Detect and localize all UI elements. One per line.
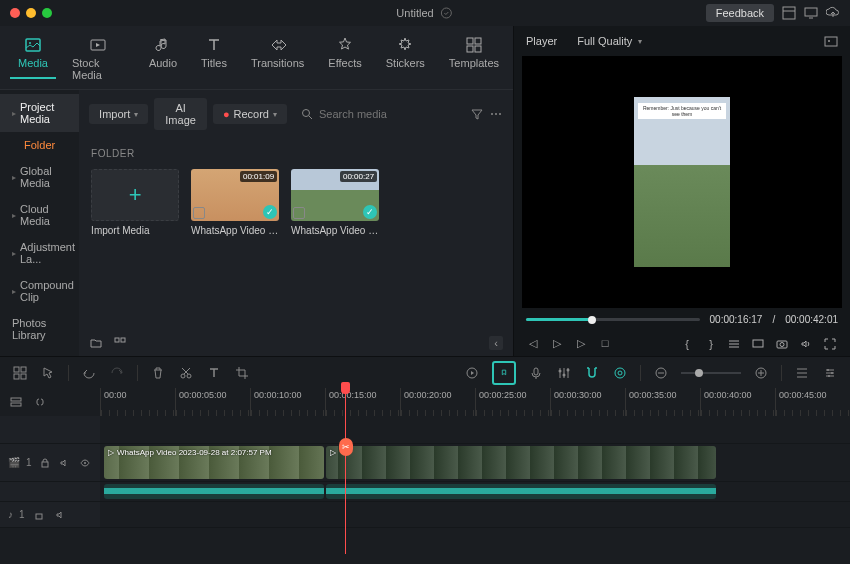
minimize-window[interactable]: [26, 8, 36, 18]
svg-rect-11: [475, 46, 481, 52]
mute-icon[interactable]: [58, 455, 72, 471]
audio-clip[interactable]: [104, 484, 324, 499]
mixer-icon[interactable]: [556, 365, 572, 381]
check-icon: ✓: [263, 205, 277, 219]
sidebar-item-folder[interactable]: Folder: [0, 132, 79, 158]
preview-viewport[interactable]: Remember: Just because you can't see the…: [522, 56, 842, 308]
link-icon[interactable]: [612, 365, 628, 381]
layout-icon[interactable]: [12, 365, 28, 381]
ai-image-button[interactable]: AI Image: [154, 98, 207, 130]
grid-icon[interactable]: [113, 336, 127, 350]
sidebar-item-project-media[interactable]: ▸Project Media: [0, 94, 79, 132]
svg-rect-26: [14, 374, 19, 379]
video-clip[interactable]: ▷WhatsApp Video 2023-09-28 at 2:07:57 PM: [104, 446, 324, 479]
timeline-ruler-row: 00:00 00:00:05:00 00:00:10:00 00:00:15:0…: [0, 388, 850, 416]
zoom-slider[interactable]: [681, 372, 741, 374]
import-media-tile[interactable]: + Import Media: [91, 169, 179, 236]
magnetic-icon[interactable]: [584, 365, 600, 381]
layout-icon[interactable]: [782, 6, 796, 20]
camera-icon[interactable]: [776, 338, 790, 350]
search-input[interactable]: [319, 108, 457, 120]
zoom-out-button[interactable]: [653, 365, 669, 381]
monitor-icon[interactable]: [804, 6, 818, 20]
render-icon[interactable]: [464, 365, 480, 381]
play-button[interactable]: ▷: [550, 337, 564, 350]
mute-icon[interactable]: [53, 507, 69, 523]
redo-button[interactable]: [109, 365, 125, 381]
ruler-tick: 00:00:30:00: [550, 388, 625, 416]
visibility-icon[interactable]: [78, 455, 92, 471]
player-scrubber[interactable]: [526, 318, 700, 321]
lock-icon[interactable]: [38, 455, 52, 471]
close-window[interactable]: [10, 8, 20, 18]
sidebar-item-label: Global Media: [20, 165, 67, 189]
player-controls: ◁ ▷ ▷ □ { }: [514, 331, 850, 356]
video-track-body[interactable]: ▷WhatsApp Video 2023-09-28 at 2:07:57 PM…: [100, 444, 850, 481]
volume-icon[interactable]: [800, 338, 814, 350]
tab-transitions[interactable]: Transitions: [243, 32, 312, 77]
crop-icon[interactable]: [234, 365, 250, 381]
marker-button[interactable]: [492, 361, 516, 385]
text-icon[interactable]: [206, 365, 222, 381]
import-button[interactable]: Import▾: [89, 104, 148, 124]
tab-audio[interactable]: Audio: [141, 32, 185, 77]
pointer-icon[interactable]: [40, 365, 56, 381]
settings-icon[interactable]: [728, 338, 742, 350]
sidebar-item-compound-clip[interactable]: ▸Compound Clip: [0, 272, 79, 310]
tab-label: Stock Media: [72, 57, 125, 81]
tab-stock-media[interactable]: Stock Media: [64, 32, 133, 89]
filter-icon[interactable]: [471, 107, 483, 121]
tab-effects[interactable]: Effects: [320, 32, 369, 77]
sidebar-item-photos-library[interactable]: Photos Library: [0, 310, 79, 348]
audio-track-header: ♪ 1: [0, 502, 100, 527]
more-icon[interactable]: [489, 107, 503, 121]
detach-icon[interactable]: [752, 338, 766, 350]
tab-media[interactable]: Media: [10, 32, 56, 79]
media-item[interactable]: 00:00:27 ✓ WhatsApp Video 202...: [291, 169, 379, 236]
cut-marker[interactable]: ✂: [339, 438, 353, 456]
timeline-ruler[interactable]: 00:00 00:00:05:00 00:00:10:00 00:00:15:0…: [100, 388, 850, 416]
snapshot-icon[interactable]: [824, 34, 838, 48]
playhead[interactable]: [345, 382, 346, 554]
next-frame-button[interactable]: ▷: [574, 337, 588, 350]
ruler-tick: 00:00:25:00: [475, 388, 550, 416]
video-clip[interactable]: ▷: [326, 446, 716, 479]
aspect-icon: [293, 207, 305, 219]
cut-icon[interactable]: [178, 365, 194, 381]
record-button[interactable]: ●Record▾: [213, 104, 287, 124]
tracks-icon[interactable]: [8, 394, 24, 410]
feedback-button[interactable]: Feedback: [706, 4, 774, 22]
mark-in-button[interactable]: {: [680, 338, 694, 350]
delete-button[interactable]: [150, 365, 166, 381]
settings-icon[interactable]: [822, 365, 838, 381]
mic-icon[interactable]: [528, 365, 544, 381]
link-tracks-icon[interactable]: [32, 394, 48, 410]
ruler-tick: 00:00:05:00: [175, 388, 250, 416]
mark-out-button[interactable]: }: [704, 338, 718, 350]
lock-icon[interactable]: [31, 507, 47, 523]
sidebar-item-adjustment-layer[interactable]: ▸Adjustment La...: [0, 234, 79, 272]
fullscreen-icon[interactable]: [824, 338, 838, 350]
zoom-in-button[interactable]: [753, 365, 769, 381]
audio-track-body[interactable]: [100, 482, 850, 501]
collapse-icon[interactable]: ‹: [489, 336, 503, 350]
stop-button[interactable]: □: [598, 337, 612, 350]
media-item[interactable]: 00:01:09 ✓ WhatsApp Video 202...: [191, 169, 279, 236]
quality-selector[interactable]: Full Quality ▾: [577, 35, 642, 47]
undo-button[interactable]: [81, 365, 97, 381]
tab-stickers[interactable]: Stickers: [378, 32, 433, 77]
prev-frame-button[interactable]: ◁: [526, 337, 540, 350]
list-icon[interactable]: [794, 365, 810, 381]
total-time: 00:00:42:01: [785, 314, 838, 325]
audio-clip[interactable]: [326, 484, 716, 499]
folder-icon[interactable]: [89, 336, 103, 350]
maximize-window[interactable]: [42, 8, 52, 18]
sidebar-item-cloud-media[interactable]: ▸Cloud Media: [0, 196, 79, 234]
player-panel: Player Full Quality ▾ Remember: Just bec…: [513, 26, 850, 356]
tab-titles[interactable]: Titles: [193, 32, 235, 77]
audio-icon: [154, 36, 172, 54]
svg-point-32: [559, 369, 562, 372]
cloud-upload-icon[interactable]: [826, 6, 840, 20]
sidebar-item-global-media[interactable]: ▸Global Media: [0, 158, 79, 196]
tab-templates[interactable]: Templates: [441, 32, 507, 77]
